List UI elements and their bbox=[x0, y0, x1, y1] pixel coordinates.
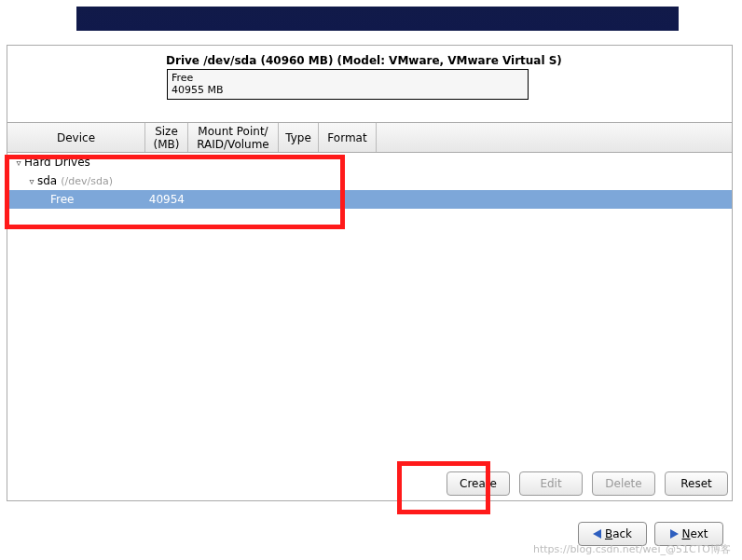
drive-title: Drive /dev/sda (40960 MB) (Model: VMware… bbox=[166, 54, 595, 67]
drive-summary-box: Free 40955 MB bbox=[167, 69, 529, 100]
back-button[interactable]: Back bbox=[578, 522, 647, 546]
reset-button[interactable]: Reset bbox=[665, 471, 728, 496]
tree-row-free[interactable]: Free 40954 bbox=[7, 190, 732, 209]
drive-free-size: 40955 MB bbox=[172, 84, 524, 96]
next-button[interactable]: Next bbox=[654, 522, 723, 546]
column-header-row: Device Size (MB) Mount Point/ RAID/Volum… bbox=[7, 122, 732, 153]
free-label: Free bbox=[7, 193, 145, 206]
sda-path: (/dev/sda) bbox=[61, 175, 113, 187]
col-format[interactable]: Format bbox=[319, 123, 377, 152]
arrow-left-icon bbox=[593, 529, 601, 539]
col-mount[interactable]: Mount Point/ RAID/Volume bbox=[188, 123, 279, 152]
delete-button: Delete bbox=[592, 471, 655, 496]
create-button[interactable]: Create bbox=[447, 471, 510, 496]
expand-icon[interactable]: ▿ bbox=[13, 157, 24, 168]
tree-row-sda[interactable]: ▿ sda (/dev/sda) bbox=[7, 171, 732, 190]
back-label: Back bbox=[605, 527, 632, 540]
col-spacer bbox=[377, 123, 732, 152]
edit-button: Edit bbox=[519, 471, 583, 496]
col-device[interactable]: Device bbox=[7, 123, 145, 152]
col-type[interactable]: Type bbox=[279, 123, 319, 152]
tree-row-hard-drives[interactable]: ▿ Hard Drives bbox=[7, 153, 732, 171]
action-button-row: Create Edit Delete Reset bbox=[7, 471, 732, 499]
col-size[interactable]: Size (MB) bbox=[145, 123, 188, 152]
free-size: 40954 bbox=[145, 193, 188, 206]
hard-drives-label: Hard Drives bbox=[24, 156, 90, 169]
next-label: Next bbox=[682, 527, 708, 540]
title-bar bbox=[76, 7, 679, 31]
drive-free-label: Free bbox=[172, 72, 524, 84]
nav-button-row: Back Next bbox=[0, 522, 733, 550]
expand-icon[interactable]: ▿ bbox=[26, 176, 37, 186]
arrow-right-icon bbox=[670, 529, 679, 539]
sda-label: sda bbox=[37, 174, 57, 187]
partition-tree[interactable]: ▿ Hard Drives ▿ sda (/dev/sda) Free 4095… bbox=[7, 153, 732, 457]
